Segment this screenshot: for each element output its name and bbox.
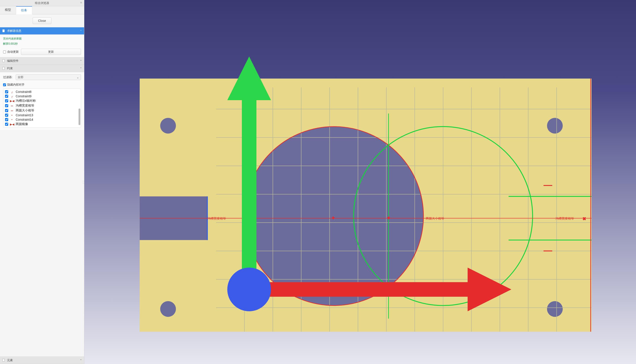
constraints-panel-body: 过滤器: 全部 ⌄ 隐藏内部对齐 ╭Constraint8╭Constraint… — [0, 72, 84, 130]
chevron-down-icon: ⌄ — [76, 76, 79, 79]
sidebar-title: 组合浏览器 — [35, 1, 49, 5]
constraint-label: 沟槽宽度相等 — [16, 104, 34, 108]
constraint-label: Constraint9 — [16, 94, 32, 98]
constraint-item[interactable]: •Constraint14 — [4, 117, 80, 122]
detach-icon[interactable]: ⧉ — [80, 1, 82, 4]
solver-panel-title: 求解器信息 — [7, 29, 22, 33]
constraint-item[interactable]: ═沟槽宽度相等 — [4, 103, 80, 108]
document-icon — [2, 59, 5, 62]
constraint-label: Constraint8 — [16, 90, 32, 94]
elements-panel-header[interactable]: 元素 ⌃ — [0, 356, 84, 364]
constraint-item[interactable]: ╭Constraint9 — [4, 94, 80, 98]
sidebar-title-bar: 组合浏览器 ⧉ — [0, 0, 84, 6]
solver-panel-body: 完全约束的草图 解算0.001秒 自动更新 更新 — [0, 35, 84, 57]
constraint-label: 两圆大小相等 — [16, 108, 34, 112]
constraint-item[interactable]: ▶◀沟槽沿x轴对称 — [4, 98, 80, 103]
constraint-checkbox[interactable] — [5, 95, 8, 98]
constraint-label: 沟槽沿x轴对称 — [16, 99, 36, 103]
constraint-item[interactable]: ═两圆大小相等 — [4, 108, 80, 113]
axis-gizmo[interactable] — [84, 0, 634, 362]
constraint-type-icon: ═ — [10, 109, 14, 112]
hide-internal-checkbox[interactable] — [3, 84, 6, 86]
update-button[interactable]: 更新 — [21, 49, 81, 55]
constraint-checkbox[interactable] — [5, 104, 8, 107]
combo-view-sidebar: 组合浏览器 ⧉ 模型 任务 Close 求解器信息 ⌃ 完全约束的草图 解算0.… — [0, 0, 84, 364]
constraint-type-icon: ═ — [10, 104, 14, 108]
document-icon — [2, 359, 5, 362]
auto-update-checkbox[interactable] — [3, 50, 6, 54]
scrollbar[interactable] — [78, 108, 80, 125]
constraint-label: Constraint13 — [16, 114, 33, 117]
document-icon — [2, 67, 5, 70]
constraint-type-icon: ╭ — [10, 95, 14, 98]
constraint-label: Constraint14 — [16, 118, 33, 121]
constraint-list[interactable]: ╭Constraint8╭Constraint9▶◀沟槽沿x轴对称═沟槽宽度相等… — [3, 88, 81, 128]
document-icon — [2, 29, 5, 32]
constraint-checkbox[interactable] — [5, 90, 8, 93]
hide-internal-label: 隐藏内部对齐 — [7, 83, 24, 87]
constraint-checkbox[interactable] — [5, 118, 8, 121]
constraint-item[interactable]: •Constraint13 — [4, 113, 80, 117]
elements-panel-title: 元素 — [7, 358, 13, 362]
edit-widgets-panel-header[interactable]: 编辑控件 ⌃ — [0, 57, 84, 65]
constraint-type-icon: ▶◀ — [10, 99, 14, 102]
constraint-label: 两圆镜像 — [16, 122, 28, 126]
constraint-type-icon: • — [10, 114, 14, 117]
constraint-type-icon: ╭ — [10, 90, 14, 94]
constraint-item[interactable]: ▶◀两圆镜像 — [4, 122, 80, 127]
solver-status-line2: 解算0.001秒 — [3, 42, 81, 46]
edit-widgets-panel-title: 编辑控件 — [7, 59, 18, 63]
tab-tasks[interactable]: 任务 — [16, 6, 32, 14]
constraint-checkbox[interactable] — [5, 109, 8, 112]
chevron-up-icon: ⌃ — [80, 30, 82, 32]
constraint-item[interactable]: ╭Constraint8 — [4, 90, 80, 94]
solver-status-line1: 完全约束的草图 — [3, 37, 81, 40]
close-button[interactable]: Close — [33, 18, 52, 24]
constraints-panel-header[interactable]: 约束 ⌃ — [0, 65, 84, 72]
svg-marker-32 — [468, 268, 511, 311]
filter-value: 全部 — [18, 75, 24, 79]
chevron-up-icon: ⌃ — [80, 359, 82, 362]
3d-viewport[interactable]: ✕ + + 沟槽宽度相等 两圆大小相等 沟槽宽度相等 — [84, 0, 636, 364]
svg-point-33 — [227, 268, 271, 311]
constraint-checkbox[interactable] — [5, 99, 8, 102]
constraint-checkbox[interactable] — [5, 114, 8, 117]
filter-label: 过滤器: — [3, 75, 12, 79]
constraint-type-icon: ▶◀ — [10, 123, 14, 126]
sidebar-tabs: 模型 任务 — [0, 6, 84, 14]
constraint-type-icon: • — [10, 118, 14, 121]
chevron-up-icon: ⌃ — [80, 67, 82, 70]
constraint-checkbox[interactable] — [5, 123, 8, 126]
solver-panel-header[interactable]: 求解器信息 ⌃ — [0, 27, 84, 35]
auto-update-checkbox-label[interactable]: 自动更新 — [3, 50, 19, 54]
filter-select[interactable]: 全部 ⌄ — [16, 74, 81, 80]
close-button-row: Close — [0, 14, 84, 27]
svg-marker-30 — [227, 56, 271, 100]
tab-model[interactable]: 模型 — [0, 6, 16, 14]
constraints-panel-title: 约束 — [7, 66, 13, 70]
chevron-up-icon: ⌃ — [80, 60, 82, 62]
